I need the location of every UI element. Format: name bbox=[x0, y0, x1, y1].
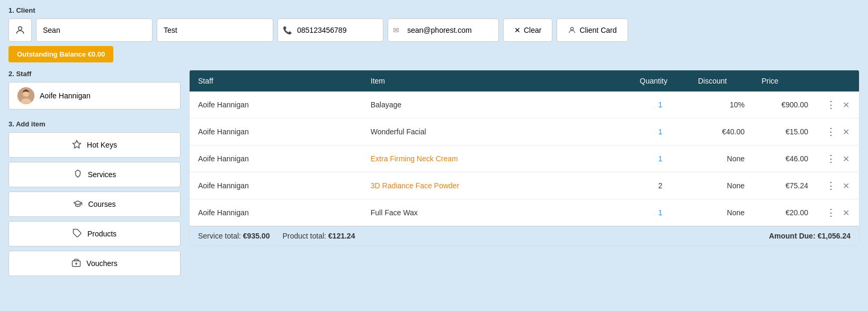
row-menu-dots-0[interactable]: ⋮ bbox=[826, 99, 836, 110]
col-header-staff: Staff bbox=[190, 70, 362, 92]
cell-discount-1: €40.00 bbox=[690, 118, 753, 145]
services-button[interactable]: Services bbox=[8, 162, 181, 187]
clear-x-icon: ✕ bbox=[514, 26, 521, 34]
amount-due-value: €1,056.24 bbox=[818, 232, 851, 240]
client-icon-button[interactable] bbox=[8, 19, 32, 42]
cell-discount-2: None bbox=[690, 145, 753, 172]
row-menu-dots-2[interactable]: ⋮ bbox=[826, 153, 836, 164]
col-header-quantity: Quantity bbox=[631, 70, 690, 92]
cell-item-1: Wonderful Facial bbox=[362, 118, 631, 145]
client-section-label: 1. Client bbox=[8, 6, 860, 14]
cell-actions-2: ⋮ ✕ bbox=[817, 145, 859, 172]
table-body: Aoife Hannigan Balayage 1 10% €900.00 ⋮ … bbox=[190, 92, 859, 226]
cell-staff-1: Aoife Hannigan bbox=[190, 118, 362, 145]
cell-item-0: Balayage bbox=[362, 92, 631, 118]
table-footer: Service total: €935.00 Product total: €1… bbox=[190, 226, 859, 245]
staff-selector-button[interactable]: Aoife Hannigan bbox=[8, 82, 181, 109]
add-item-section-label: 3. Add item bbox=[8, 120, 181, 128]
email-input[interactable] bbox=[388, 19, 499, 42]
col-header-item: Item bbox=[362, 70, 631, 92]
last-name-input[interactable] bbox=[157, 19, 273, 42]
products-label: Products bbox=[87, 230, 117, 238]
cell-staff-0: Aoife Hannigan bbox=[190, 92, 362, 118]
right-column: Staff Item Quantity Discount Price Aoife… bbox=[189, 70, 860, 276]
staff-name-label: Aoife Hannigan bbox=[40, 92, 91, 100]
products-button[interactable]: Products bbox=[8, 221, 181, 246]
items-table-container: Staff Item Quantity Discount Price Aoife… bbox=[189, 70, 860, 246]
clear-button[interactable]: ✕ Clear bbox=[503, 19, 552, 42]
vouchers-icon bbox=[71, 258, 81, 269]
cell-discount-4: None bbox=[690, 199, 753, 226]
cell-price-0: €900.00 bbox=[753, 92, 817, 118]
products-icon bbox=[73, 228, 82, 240]
vouchers-button[interactable]: Vouchers bbox=[8, 251, 181, 276]
phone-wrapper: 📞 bbox=[278, 19, 383, 42]
service-total: Service total: €935.00 bbox=[198, 232, 270, 240]
courses-button[interactable]: Courses bbox=[8, 191, 181, 217]
add-item-section: 3. Add item Hot Keys Serv bbox=[8, 120, 181, 276]
product-total: Product total: €121.24 bbox=[282, 232, 355, 240]
outstanding-balance-button[interactable]: Outstanding Balance €0.00 bbox=[8, 46, 113, 62]
svg-marker-5 bbox=[73, 140, 81, 148]
table-row: Aoife Hannigan Full Face Wax 1 None €20.… bbox=[190, 199, 859, 226]
service-total-value: €935.00 bbox=[243, 232, 270, 240]
courses-icon bbox=[73, 199, 83, 210]
outstanding-balance-label: Outstanding Balance €0.00 bbox=[17, 50, 105, 58]
hot-keys-button[interactable]: Hot Keys bbox=[8, 132, 181, 158]
product-total-label: Product total: bbox=[282, 232, 326, 240]
row-menu-dots-1[interactable]: ⋮ bbox=[826, 126, 836, 137]
cell-discount-3: None bbox=[690, 172, 753, 199]
svg-point-0 bbox=[19, 26, 22, 30]
hot-keys-icon bbox=[72, 140, 82, 151]
table-row: Aoife Hannigan 3D Radiance Face Powder 2… bbox=[190, 172, 859, 199]
client-card-label: Client Card bbox=[579, 26, 616, 34]
cell-qty-3: 2 bbox=[631, 172, 690, 199]
cell-item-2: Extra Firming Neck Cream bbox=[362, 145, 631, 172]
staff-avatar bbox=[17, 87, 34, 104]
items-table: Staff Item Quantity Discount Price Aoife… bbox=[190, 70, 859, 226]
cell-item-3: 3D Radiance Face Powder bbox=[362, 172, 631, 199]
vouchers-label: Vouchers bbox=[86, 259, 117, 268]
outstanding-balance-row: Outstanding Balance €0.00 bbox=[8, 46, 860, 62]
row-close-1[interactable]: ✕ bbox=[843, 127, 849, 136]
amount-due: Amount Due: €1,056.24 bbox=[769, 232, 851, 240]
cell-actions-0: ⋮ ✕ bbox=[817, 92, 859, 118]
row-close-3[interactable]: ✕ bbox=[843, 181, 849, 190]
staff-section-label: 2. Staff bbox=[8, 70, 181, 78]
row-close-4[interactable]: ✕ bbox=[843, 208, 849, 217]
cell-price-1: €15.00 bbox=[753, 118, 817, 145]
table-row: Aoife Hannigan Wonderful Facial 1 €40.00… bbox=[190, 118, 859, 145]
svg-point-1 bbox=[571, 28, 574, 30]
cell-price-3: €75.24 bbox=[753, 172, 817, 199]
client-row: 📞 ✉ ✕ Clear Client Card bbox=[8, 19, 860, 42]
hot-keys-label: Hot Keys bbox=[87, 141, 117, 149]
cell-qty-4: 1 bbox=[631, 199, 690, 226]
amount-due-label: Amount Due: bbox=[769, 232, 816, 240]
row-menu-dots-4[interactable]: ⋮ bbox=[826, 207, 836, 218]
cell-price-2: €46.00 bbox=[753, 145, 817, 172]
courses-label: Courses bbox=[88, 200, 115, 208]
service-total-label: Service total: bbox=[198, 232, 241, 240]
cell-qty-2: 1 bbox=[631, 145, 690, 172]
services-label: Services bbox=[88, 170, 117, 179]
staff-section: 2. Staff Aoife Hannigan bbox=[8, 70, 181, 109]
footer-totals: Service total: €935.00 Product total: €1… bbox=[198, 232, 355, 240]
cell-actions-4: ⋮ ✕ bbox=[817, 199, 859, 226]
row-menu-dots-3[interactable]: ⋮ bbox=[826, 180, 836, 191]
row-close-0[interactable]: ✕ bbox=[843, 100, 849, 109]
table-row: Aoife Hannigan Balayage 1 10% €900.00 ⋮ … bbox=[190, 92, 859, 118]
cell-qty-0: 1 bbox=[631, 92, 690, 118]
clear-label: Clear bbox=[524, 26, 541, 34]
main-container: 1. Client 📞 ✉ ✕ Clear bbox=[0, 0, 868, 311]
col-header-price: Price bbox=[753, 70, 817, 92]
cell-qty-1: 1 bbox=[631, 118, 690, 145]
client-card-button[interactable]: Client Card bbox=[557, 19, 628, 42]
col-header-discount: Discount bbox=[690, 70, 753, 92]
services-icon bbox=[73, 169, 83, 180]
table-row: Aoife Hannigan Extra Firming Neck Cream … bbox=[190, 145, 859, 172]
row-close-2[interactable]: ✕ bbox=[843, 154, 849, 163]
first-name-input[interactable] bbox=[36, 19, 153, 42]
phone-input[interactable] bbox=[278, 19, 383, 42]
two-col-layout: 2. Staff Aoife Hannigan 3. Add ite bbox=[8, 70, 860, 276]
cell-item-4: Full Face Wax bbox=[362, 199, 631, 226]
